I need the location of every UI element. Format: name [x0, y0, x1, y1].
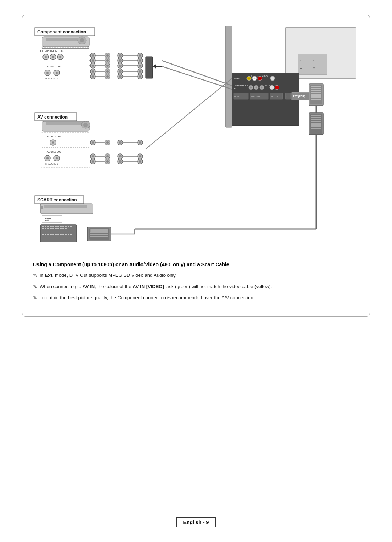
svg-point-52 — [106, 70, 109, 73]
svg-rect-202 — [52, 228, 54, 229]
svg-point-166 — [92, 160, 94, 163]
svg-text:EXT (RGB): EXT (RGB) — [293, 95, 305, 98]
notes-section: Using a Component (up to 1080p) or an Au… — [33, 262, 359, 302]
svg-rect-117 — [311, 90, 321, 91]
svg-rect-115 — [311, 86, 321, 87]
note-text-3: To obtain the best picture quality, the … — [40, 294, 254, 301]
svg-point-47 — [139, 65, 141, 67]
svg-text:R: R — [251, 75, 252, 77]
svg-point-161 — [92, 155, 94, 157]
av-label: AV connection — [37, 115, 68, 120]
svg-point-89 — [270, 76, 275, 81]
svg-point-147 — [56, 157, 58, 159]
svg-rect-191 — [55, 226, 57, 227]
svg-line-111 — [162, 61, 232, 86]
svg-point-87 — [259, 78, 261, 79]
svg-point-20 — [92, 54, 94, 57]
note-text-1: In Ext. mode, DTV Out supports MPEG SD V… — [40, 272, 176, 279]
svg-point-16 — [56, 72, 58, 74]
svg-point-163 — [106, 155, 109, 157]
svg-rect-126 — [311, 117, 321, 118]
svg-rect-212 — [52, 234, 54, 235]
svg-rect-207 — [65, 228, 67, 229]
svg-line-179 — [146, 78, 232, 149]
svg-point-84 — [254, 78, 256, 79]
svg-rect-215 — [60, 234, 62, 235]
svg-rect-204 — [57, 228, 59, 229]
svg-rect-68 — [146, 57, 153, 78]
svg-rect-190 — [52, 226, 54, 227]
component-out-label: COMPONENT OUT — [40, 49, 66, 53]
note-bold-avin: AV IN — [83, 284, 95, 289]
svg-point-50 — [92, 70, 94, 73]
svg-rect-195 — [65, 226, 67, 227]
svg-rect-130 — [311, 124, 321, 126]
rl-audio-label-av: R-AUDIO-L — [45, 163, 58, 165]
section-title: Using a Component (up to 1080p) or an Au… — [33, 262, 359, 267]
svg-rect-118 — [311, 92, 321, 93]
rl-audio-label-comp: R-AUDIO-L — [45, 77, 58, 80]
svg-point-32 — [106, 65, 109, 67]
footer-text: English - 9 — [176, 517, 216, 527]
svg-rect-125 — [311, 115, 321, 116]
svg-rect-203 — [55, 228, 57, 229]
svg-point-97 — [261, 87, 263, 89]
svg-point-67 — [139, 75, 141, 78]
svg-rect-122 — [311, 99, 321, 100]
svg-rect-187 — [45, 226, 46, 227]
page-wrapper: Component connection COMPONENT OUT — [0, 0, 392, 542]
svg-text:IN: IN — [234, 87, 236, 90]
svg-point-4 — [80, 38, 84, 42]
svg-text:v: v — [300, 59, 301, 61]
svg-rect-210 — [47, 234, 49, 235]
note-icon-3: ✎ — [33, 294, 37, 302]
main-content-box: Component connection COMPONENT OUT — [22, 15, 370, 317]
svg-point-142 — [52, 141, 54, 144]
svg-rect-193 — [60, 226, 62, 227]
svg-rect-225 — [90, 236, 108, 237]
svg-point-25 — [92, 59, 94, 62]
svg-point-9 — [52, 56, 54, 58]
svg-point-99 — [270, 85, 274, 90]
svg-rect-120 — [311, 95, 321, 97]
svg-point-95 — [256, 87, 257, 89]
comp-audio-out-label: AUDIO OUT — [47, 65, 63, 68]
svg-rect-198 — [42, 228, 44, 229]
note-bold-avin-video: AV IN [VIDEO] — [132, 284, 164, 289]
svg-point-158 — [139, 141, 141, 144]
svg-line-112 — [162, 66, 232, 89]
av-audio-out-label: AUDIO OUT — [47, 150, 63, 153]
svg-rect-192 — [57, 226, 59, 227]
svg-rect-219 — [70, 234, 72, 235]
svg-point-27 — [106, 59, 109, 62]
svg-rect-205 — [60, 228, 62, 229]
svg-text:AV IN: AV IN — [234, 78, 240, 80]
svg-rect-196 — [68, 226, 69, 227]
svg-point-81 — [248, 78, 250, 79]
svg-rect-183 — [40, 206, 43, 209]
svg-rect-222 — [90, 229, 108, 231]
connection-diagram-svg: Component connection COMPONENT OUT — [33, 26, 360, 258]
svg-rect-209 — [45, 234, 46, 235]
svg-rect-201 — [50, 228, 52, 229]
svg-point-57 — [106, 75, 109, 78]
svg-rect-182 — [44, 205, 87, 208]
svg-rect-217 — [65, 234, 67, 235]
note-text-2: When connecting to AV IN, the colour of … — [40, 283, 272, 290]
svg-point-62 — [139, 70, 141, 73]
svg-rect-2 — [46, 38, 82, 41]
svg-text:SATELLITE: SATELLITE — [251, 95, 261, 98]
svg-point-151 — [92, 141, 94, 144]
component-label: Component connection — [37, 29, 86, 34]
svg-point-30 — [92, 65, 94, 67]
svg-rect-131 — [311, 126, 321, 127]
svg-point-11 — [59, 56, 61, 58]
note-bold-ext: Ext. — [45, 272, 53, 278]
svg-rect-206 — [62, 228, 64, 229]
svg-text:vv: vv — [300, 67, 302, 69]
svg-rect-223 — [90, 231, 108, 233]
note-3: ✎ To obtain the best picture quality, th… — [33, 294, 359, 302]
note-2: ✎ When connecting to AV IN, the colour o… — [33, 283, 359, 291]
svg-rect-189 — [50, 226, 52, 227]
svg-text:vv: vv — [313, 67, 315, 69]
